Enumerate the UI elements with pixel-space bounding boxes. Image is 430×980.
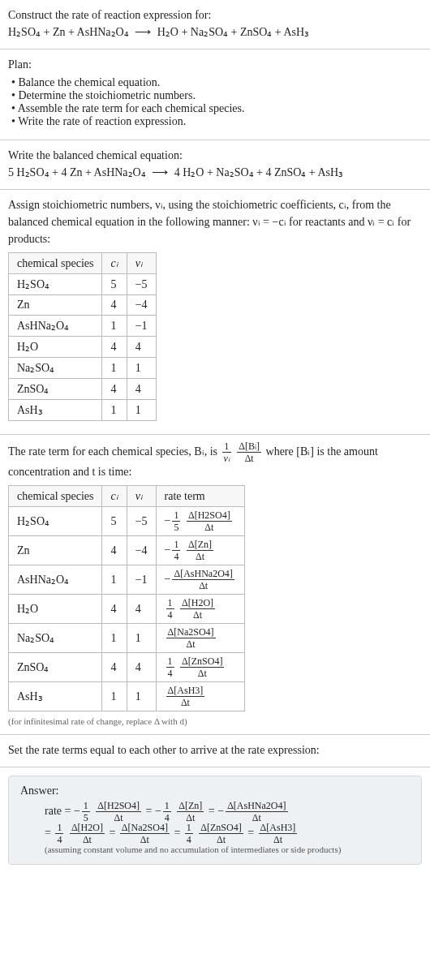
plan-item: Assemble the rate term for each chemical… — [11, 102, 422, 115]
table-row: Na₂SO₄11 Δ[Na2SO4]Δt — [9, 624, 245, 653]
table-row: AsH₃11 — [9, 400, 157, 421]
rate-prefix: rate = — [45, 805, 74, 817]
fraction: Δ[Bᵢ] Δt — [237, 441, 261, 463]
eq-rhs: 4 H₂O + Na₂SO₄ + 4 ZnSO₄ + AsH₃ — [174, 166, 343, 178]
stoich-table: chemical species cᵢ νᵢ H₂SO₄5−5 Zn4−4 As… — [8, 252, 157, 421]
rate-term-cell: −Δ[AsHNa2O4]Δt — [156, 565, 244, 595]
table-row: Zn4−4 — [9, 295, 157, 316]
table-row: Zn4−4 −14 Δ[Zn]Δt — [9, 536, 245, 565]
rate-term-cell: Δ[AsH3]Δt — [156, 682, 244, 711]
eq-lhs: H₂SO₄ + Zn + AsHNa₂O₄ — [8, 26, 129, 38]
rate-term-cell: −14 Δ[Zn]Δt — [156, 536, 244, 565]
arrow-icon: ⟶ — [148, 166, 171, 178]
col-ci: cᵢ — [102, 253, 127, 274]
table-row: H₂SO₄5−5 −15 Δ[H2SO4]Δt — [9, 507, 245, 536]
table-row: Na₂SO₄11 — [9, 358, 157, 379]
plan-list: Balance the chemical equation. Determine… — [8, 76, 422, 128]
table-row: ZnSO₄44 14 Δ[ZnSO4]Δt — [9, 653, 245, 682]
prompt-title: Construct the rate of reaction expressio… — [8, 6, 422, 24]
col-vi: νᵢ — [127, 253, 156, 274]
table-header-row: chemical species cᵢ νᵢ — [9, 253, 157, 274]
rate-term-para: The rate term for each chemical species,… — [8, 441, 422, 480]
balanced-title: Write the balanced chemical equation: — [8, 147, 422, 164]
prompt-section: Construct the rate of reaction expressio… — [0, 0, 430, 49]
rate-term-cell: 14 Δ[ZnSO4]Δt — [156, 653, 244, 682]
plan-item: Write the rate of reaction expression. — [11, 115, 422, 128]
table-row: AsHNa₂O₄1−1 — [9, 316, 157, 337]
answer-note: (assuming constant volume and no accumul… — [20, 845, 410, 854]
table-row: AsHNa₂O₄1−1 −Δ[AsHNa2O4]Δt — [9, 565, 245, 595]
rate-line-2: = 14 Δ[H2O]Δt = Δ[Na2SO4]Δt = 14 Δ[ZnSO4… — [45, 823, 410, 845]
col-species: chemical species — [9, 486, 102, 507]
fraction: 1 νᵢ — [222, 441, 231, 463]
rate-term-section: The rate term for each chemical species,… — [0, 435, 430, 735]
answer-box: Answer: rate = −15 Δ[H2SO4]Δt = −14 Δ[Zn… — [8, 776, 422, 865]
rate-term-cell: Δ[Na2SO4]Δt — [156, 624, 244, 653]
col-ci: cᵢ — [102, 486, 127, 507]
rate-expression: rate = −15 Δ[H2SO4]Δt = −14 Δ[Zn]Δt = −Δ… — [20, 801, 410, 845]
answer-label: Answer: — [20, 784, 410, 797]
rate-term-cell: −15 Δ[H2SO4]Δt — [156, 507, 244, 536]
plan-item: Determine the stoichiometric numbers. — [11, 89, 422, 102]
table-row: H₂SO₄5−5 — [9, 274, 157, 295]
col-vi: νᵢ — [127, 486, 156, 507]
rate-term-table: chemical species cᵢ νᵢ rate term H₂SO₄5−… — [8, 485, 245, 711]
eq-rhs: H₂O + Na₂SO₄ + ZnSO₄ + AsH₃ — [157, 26, 309, 38]
balanced-equation: 5 H₂SO₄ + 4 Zn + AsHNa₂O₄ ⟶ 4 H₂O + Na₂S… — [8, 164, 422, 181]
plan-item: Balance the chemical equation. — [11, 76, 422, 89]
conclusion-section: Set the rate terms equal to each other t… — [0, 735, 430, 767]
rate-term-cell: 14 Δ[H2O]Δt — [156, 595, 244, 624]
plan-title: Plan: — [8, 56, 422, 73]
rate-line-1: rate = −15 Δ[H2SO4]Δt = −14 Δ[Zn]Δt = −Δ… — [45, 801, 410, 823]
eq-lhs: 5 H₂SO₄ + 4 Zn + AsHNa₂O₄ — [8, 166, 146, 178]
stoich-section: Assign stoichiometric numbers, νᵢ, using… — [0, 190, 430, 435]
stoich-para: Assign stoichiometric numbers, νᵢ, using… — [8, 196, 422, 247]
table-header-row: chemical species cᵢ νᵢ rate term — [9, 486, 245, 507]
conclusion-title: Set the rate terms equal to each other t… — [8, 741, 422, 759]
col-species: chemical species — [9, 253, 102, 274]
table-row: H₂O44 14 Δ[H2O]Δt — [9, 595, 245, 624]
table-row: H₂O44 — [9, 337, 157, 358]
col-rate-term: rate term — [156, 486, 244, 507]
arrow-icon: ⟶ — [131, 26, 154, 38]
unbalanced-equation: H₂SO₄ + Zn + AsHNa₂O₄ ⟶ H₂O + Na₂SO₄ + Z… — [8, 24, 422, 41]
plan-section: Plan: Balance the chemical equation. Det… — [0, 49, 430, 140]
balanced-section: Write the balanced chemical equation: 5 … — [0, 140, 430, 190]
table-row: AsH₃11 Δ[AsH3]Δt — [9, 682, 245, 711]
table-row: ZnSO₄44 — [9, 379, 157, 400]
table-note: (for infinitesimal rate of change, repla… — [8, 716, 422, 726]
